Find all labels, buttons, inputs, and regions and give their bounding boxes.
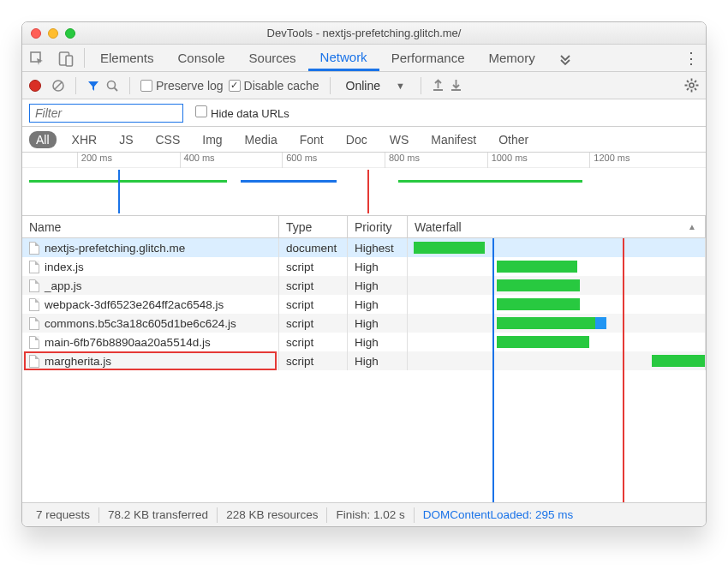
more-tabs-button[interactable]	[547, 45, 583, 71]
waterfall-bar	[497, 261, 577, 273]
network-table: Name Type Priority Waterfall▲ nextjs-pre…	[22, 216, 706, 502]
filter-bar: Hide data URLs	[22, 99, 706, 127]
col-waterfall[interactable]: Waterfall▲	[408, 216, 706, 237]
tab-performance[interactable]: Performance	[379, 45, 477, 71]
status-transferred: 78.2 KB transferred	[99, 508, 217, 521]
request-name: commons.b5c3a18c605d1be6c624.js	[45, 317, 236, 330]
table-row[interactable]: commons.b5c3a18c605d1be6c624.jsscriptHig…	[22, 314, 706, 333]
waterfall-cell	[408, 351, 706, 370]
waterfall-cell	[408, 276, 706, 295]
import-har-button[interactable]	[432, 79, 445, 92]
inspect-element-button[interactable]	[22, 45, 51, 71]
load-line	[623, 238, 624, 502]
file-icon	[29, 336, 39, 349]
type-filter-doc[interactable]: Doc	[339, 131, 374, 148]
table-row[interactable]: _app.jsscriptHigh	[22, 276, 706, 295]
request-type: script	[279, 333, 348, 351]
request-type: script	[279, 351, 348, 370]
table-row[interactable]: margherita.jsscriptHigh	[22, 351, 706, 370]
file-icon	[29, 279, 39, 292]
request-name: main-6fb76b8890aa20a5514d.js	[45, 336, 211, 349]
col-name[interactable]: Name	[22, 216, 279, 237]
type-filter-img[interactable]: Img	[195, 131, 229, 148]
type-filter-ws[interactable]: WS	[383, 131, 416, 148]
type-filter-all[interactable]: All	[29, 131, 57, 148]
request-priority: High	[348, 257, 408, 276]
window-title: DevTools - nextjs-prefetching.glitch.me/	[22, 27, 706, 39]
type-filter-font[interactable]: Font	[293, 131, 331, 148]
filter-input[interactable]	[29, 104, 183, 123]
svg-line-17	[695, 81, 696, 82]
svg-point-9	[689, 83, 694, 87]
type-filter-css[interactable]: CSS	[148, 131, 187, 148]
hide-data-urls-checkbox[interactable]: Hide data URLs	[195, 105, 289, 120]
table-row[interactable]: main-6fb76b8890aa20a5514d.jsscriptHigh	[22, 333, 706, 351]
col-priority[interactable]: Priority	[348, 216, 408, 237]
svg-line-16	[687, 88, 689, 90]
file-icon	[29, 298, 39, 311]
preserve-log-checkbox[interactable]: Preserve log	[140, 79, 224, 93]
timeline-overview[interactable]: 200 ms400 ms600 ms800 ms1000 ms1200 ms	[22, 153, 706, 216]
waterfall-cell	[408, 295, 706, 314]
timeline-tick: 600 ms	[282, 153, 317, 168]
table-row[interactable]: index.jsscriptHigh	[22, 257, 706, 276]
file-icon	[29, 242, 39, 255]
type-filter-media[interactable]: Media	[238, 131, 284, 148]
filter-toggle-button[interactable]	[87, 79, 100, 93]
timeline-tick: 1000 ms	[487, 153, 528, 168]
waterfall-cell	[408, 314, 706, 333]
file-icon	[29, 355, 39, 368]
search-button[interactable]	[105, 79, 119, 93]
svg-line-4	[55, 82, 62, 89]
col-type[interactable]: Type	[279, 216, 348, 237]
request-priority: High	[348, 314, 408, 333]
devtools-menu-button[interactable]: ⋮	[677, 45, 706, 71]
status-finish: Finish: 1.02 s	[327, 508, 413, 521]
waterfall-bar	[497, 336, 589, 348]
disable-cache-checkbox[interactable]: Disable cache	[229, 79, 319, 93]
request-name: index.js	[45, 261, 84, 273]
request-priority: High	[348, 295, 408, 314]
device-toolbar-button[interactable]	[51, 45, 81, 71]
waterfall-bar	[497, 317, 595, 329]
tab-console[interactable]: Console	[166, 45, 237, 71]
network-toolbar: Preserve log Disable cache Online▼	[22, 72, 706, 99]
waterfall-bar	[497, 279, 580, 291]
export-har-button[interactable]	[450, 79, 462, 92]
timeline-tick: 400 ms	[180, 153, 215, 168]
svg-point-5	[108, 81, 116, 88]
throttling-select[interactable]: Online▼	[341, 78, 410, 93]
request-priority: High	[348, 276, 408, 295]
waterfall-cell	[408, 333, 706, 351]
tab-elements[interactable]: Elements	[88, 45, 166, 71]
status-domcontentloaded: DOMContentLoaded: 295 ms	[415, 508, 582, 521]
window-titlebar: DevTools - nextjs-prefetching.glitch.me/	[22, 22, 706, 45]
network-settings-button[interactable]	[684, 78, 699, 93]
tab-memory[interactable]: Memory	[477, 45, 547, 71]
request-name: webpack-3df6523e264ff2ac6548.js	[45, 298, 224, 311]
status-requests: 7 requests	[27, 508, 98, 521]
request-type: script	[279, 314, 348, 333]
waterfall-cell	[408, 257, 706, 276]
svg-rect-2	[66, 56, 73, 66]
type-filter-manifest[interactable]: Manifest	[424, 131, 483, 148]
table-row[interactable]: webpack-3df6523e264ff2ac6548.jsscriptHig…	[22, 295, 706, 314]
table-row[interactable]: nextjs-prefetching.glitch.medocumentHigh…	[22, 238, 706, 257]
waterfall-bar	[497, 298, 580, 310]
file-icon	[29, 261, 39, 273]
request-priority: Highest	[348, 238, 408, 257]
waterfall-bar	[652, 355, 705, 367]
clear-button[interactable]	[51, 79, 65, 93]
type-filter-js[interactable]: JS	[112, 131, 140, 148]
svg-line-14	[687, 81, 689, 82]
type-filter-xhr[interactable]: XHR	[65, 131, 104, 148]
request-type: script	[279, 276, 348, 295]
tab-sources[interactable]: Sources	[237, 45, 308, 71]
request-type: script	[279, 257, 348, 276]
type-filter-other[interactable]: Other	[492, 131, 535, 148]
devtools-window: DevTools - nextjs-prefetching.glitch.me/…	[21, 21, 707, 527]
tab-network[interactable]: Network	[308, 45, 379, 71]
dcl-line	[492, 238, 494, 502]
table-header: Name Type Priority Waterfall▲	[22, 216, 706, 238]
record-button[interactable]	[29, 80, 41, 92]
